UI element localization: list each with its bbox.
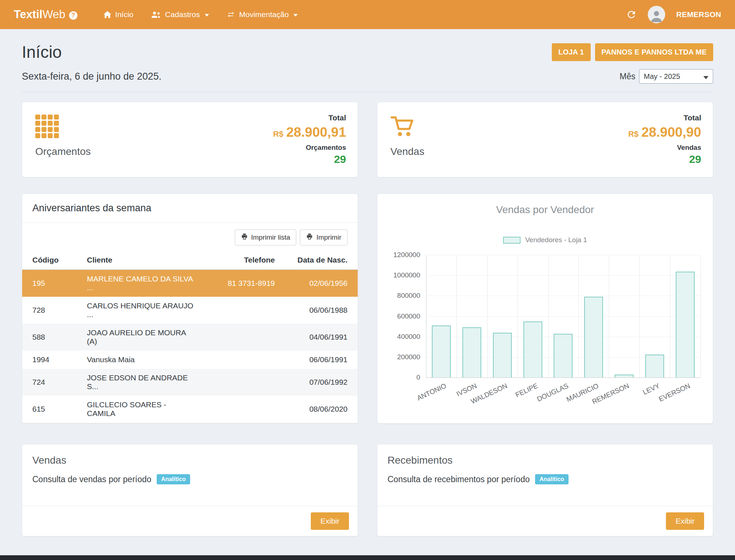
nav-item-label: Início (115, 10, 133, 19)
chart-legend[interactable]: Vendedores - Loja 1 (377, 236, 713, 244)
nav-item-label: Cadastros (165, 10, 200, 19)
x-axis-tick: EVERSON (658, 382, 692, 403)
user-avatar-icon[interactable] (648, 6, 665, 23)
refresh-icon[interactable] (626, 9, 637, 20)
calculator-grid-icon (35, 113, 91, 140)
chart-bar[interactable] (645, 355, 664, 377)
chevron-down-icon (293, 14, 298, 17)
nav-item-movimentacao[interactable]: Movimentação (226, 10, 298, 19)
y-axis-tick: 600000 (381, 312, 420, 320)
summary-card-label: Orçamentos (35, 146, 91, 157)
vendas-report-card: Vendas Consulta de vendas por período An… (22, 444, 358, 536)
chart-bar[interactable] (584, 297, 603, 377)
chevron-down-icon (205, 14, 209, 17)
table-row[interactable]: 1994Vanuska Maia06/06/1991 (22, 351, 358, 369)
chevron-down-icon (703, 73, 708, 81)
total-label: Total (273, 113, 346, 123)
recebimentos-report-card: Recebimentos Consulta de recebimentos po… (377, 444, 713, 536)
total-amount: R$28.900,90 (628, 124, 701, 141)
birthdays-table-body: 195MARLENE CAMELO DA SILVA ...81 3731-89… (22, 269, 358, 424)
chart-bar[interactable] (676, 272, 695, 377)
shopping-cart-icon (390, 113, 424, 140)
column-header: Telefone (207, 251, 285, 269)
count-label: Vendas (628, 143, 701, 152)
gridline (426, 296, 700, 296)
table-row[interactable]: 950MATHEUS FELIPE FERREIRA ...02/06/2023 (22, 423, 358, 424)
brand[interactable]: TextilWeb ? (14, 8, 77, 21)
chart-bar[interactable] (462, 327, 481, 377)
navbar: TextilWeb ? Início Cadastros Movimentaçã… (0, 0, 735, 29)
gridline (700, 255, 701, 377)
x-axis-tick: FELIPE (514, 382, 539, 399)
table-row[interactable]: 728CARLOS HENRIQUE ARAUJO ...06/06/1988 (22, 297, 358, 324)
nav-item-label: Movimentação (239, 10, 289, 19)
analitico-badge: Analítico (157, 474, 190, 484)
table-row[interactable]: 724JOSE EDSON DE ANDRADE S...07/06/1992 (22, 369, 358, 396)
nav-item-cadastros[interactable]: Cadastros (151, 10, 209, 19)
summary-card-label: Vendas (390, 146, 424, 157)
total-amount: R$28.900,91 (273, 124, 346, 141)
print-button[interactable]: Imprimir (300, 229, 348, 245)
month-select-value: May - 2025 (644, 72, 680, 81)
table-row[interactable]: 615GILCLECIO SOARES - CAMILA08/06/2020 (22, 396, 358, 423)
exibir-button[interactable]: Exibir (311, 512, 349, 530)
summary-card-vendas: Vendas Total R$28.900,90 Vendas 29 (377, 102, 713, 177)
chart-bar[interactable] (615, 375, 634, 377)
date-row: Sexta-feira, 6 de junho de 2025. Mês May… (22, 69, 713, 92)
x-axis-tick: LEVY (642, 382, 661, 396)
y-axis-tick: 800000 (381, 292, 420, 300)
store-button[interactable]: LOJA 1 (552, 43, 590, 61)
x-axis-tick: DOUGLAS (535, 382, 570, 403)
exibir-button[interactable]: Exibir (666, 512, 704, 530)
count-label: Orçamentos (273, 143, 346, 152)
birthdays-card: Aniversariantes da semana Imprimir lista… (22, 193, 358, 424)
page-footer (0, 555, 735, 560)
main-content: Início LOJA 1 PANNOS E PANNOS LTDA ME Se… (0, 29, 735, 536)
gridline (426, 275, 700, 276)
card-description: Consulta de recebimentos por período (387, 475, 530, 484)
chart-title: Vendas por Vendedor (377, 204, 713, 216)
column-header: Data de Nasc. (285, 251, 358, 269)
print-list-button[interactable]: Imprimir lista (235, 229, 297, 245)
month-select[interactable]: May - 2025 (639, 69, 713, 84)
nav-right: REMERSON (626, 6, 721, 23)
brand-bold: Textil (14, 8, 43, 21)
birthdays-table: CódigoClienteTelefoneData de Nasc. 195MA… (22, 251, 358, 424)
brand-light: Web (43, 8, 65, 21)
total-label: Total (628, 113, 701, 123)
help-icon[interactable]: ? (69, 11, 77, 20)
y-axis-tick: 1200000 (381, 251, 420, 259)
chart-plot: 020000040000060000080000010000001200000A… (426, 255, 700, 377)
user-name[interactable]: REMERSON (676, 10, 721, 19)
nav-items: Início Cadastros Movimentação (104, 10, 298, 19)
gridline (426, 316, 700, 317)
table-row[interactable]: 588JOAO AURELIO DE MOURA (A)04/06/1991 (22, 324, 358, 351)
month-label: Mês (620, 72, 635, 81)
nav-item-inicio[interactable]: Início (104, 10, 133, 19)
company-button[interactable]: PANNOS E PANNOS LTDA ME (595, 43, 713, 61)
gridline (426, 377, 700, 378)
legend-label: Vendedores - Loja 1 (525, 236, 587, 244)
date-text: Sexta-feira, 6 de junho de 2025. (22, 71, 161, 82)
y-axis-tick: 1000000 (381, 271, 420, 279)
gridline (426, 255, 700, 255)
printer-icon (241, 233, 248, 242)
exchange-arrows-icon (226, 11, 235, 19)
chart-bar[interactable] (493, 333, 512, 377)
sales-chart-card: Vendas por Vendedor Vendedores - Loja 1 … (377, 193, 713, 424)
company-buttons: LOJA 1 PANNOS E PANNOS LTDA ME (552, 43, 713, 61)
count-value: 29 (628, 152, 701, 166)
table-row[interactable]: 195MARLENE CAMELO DA SILVA ...81 3731-89… (22, 269, 358, 297)
y-axis-tick: 0 (381, 373, 420, 381)
page-title: Início (22, 42, 62, 62)
summary-card-orcamentos: Orçamentos Total R$28.900,91 Orçamentos … (22, 102, 358, 177)
users-icon (151, 11, 161, 18)
printer-icon (306, 233, 313, 242)
birthdays-table-head-row: CódigoClienteTelefoneData de Nasc. (22, 251, 358, 269)
x-axis-tick: ANTONIO (416, 382, 447, 402)
chart-bar[interactable] (523, 321, 542, 377)
home-icon (104, 11, 111, 18)
column-header: Código (22, 251, 77, 269)
chart-bar[interactable] (554, 334, 573, 377)
chart-bar[interactable] (432, 325, 451, 377)
